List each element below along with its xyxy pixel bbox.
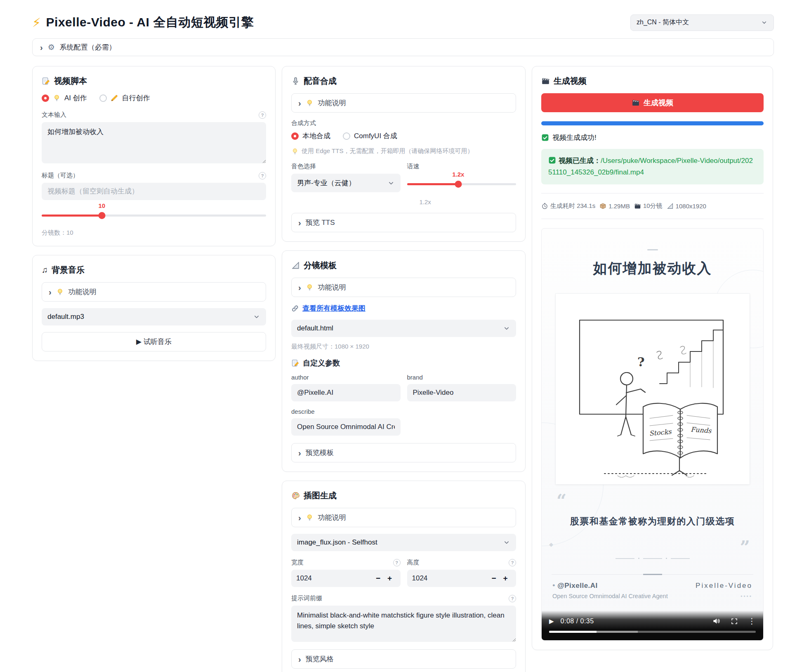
- volume-icon[interactable]: [712, 617, 721, 625]
- view-templates-link[interactable]: 查看所有模板效果图: [302, 304, 366, 313]
- illustration-title: 插图生成: [291, 490, 516, 501]
- speed-value-display: 1.2x: [420, 198, 516, 205]
- background-music-panel: ♫ 背景音乐 › 功能说明 default.mp3 ▶ 试听音乐: [32, 255, 276, 361]
- video-player[interactable]: 如何增加被动收入: [541, 228, 764, 641]
- decrement-button[interactable]: −: [488, 574, 500, 583]
- height-label: 高度: [407, 559, 420, 566]
- clapperboard-icon: [541, 77, 550, 85]
- decrement-button[interactable]: −: [373, 574, 384, 583]
- diamond-icon: ◆: [549, 541, 553, 547]
- prompt-prefix-input[interactable]: Minimalist black-and-white matchstick fi…: [291, 606, 516, 642]
- speed-slider[interactable]: 1.2x: [407, 180, 516, 188]
- tts-tip: 使用 Edge TTS，无需配置，开箱即用（请确保网络环境可用）: [302, 147, 473, 155]
- microphone-icon: [291, 77, 300, 85]
- generation-stats: 生成耗时 234.1s 1.29MB 10分镜 1080x1920: [541, 202, 764, 210]
- video-progress-bar[interactable]: [549, 631, 756, 633]
- music-dropdown[interactable]: default.mp3: [42, 308, 266, 325]
- music-help-accordion[interactable]: › 功能说明: [42, 282, 266, 302]
- slider-handle[interactable]: [455, 181, 462, 188]
- custom-params-title: 自定义参数: [291, 358, 516, 368]
- bulb-icon: [53, 94, 61, 102]
- generation-progress-bar: [541, 121, 764, 125]
- increment-button[interactable]: +: [500, 574, 511, 583]
- radio-local-synthesis[interactable]: 本地合成: [291, 131, 330, 141]
- help-icon[interactable]: ?: [259, 111, 266, 119]
- fullscreen-icon[interactable]: [731, 618, 738, 625]
- system-config-accordion[interactable]: › ⚙ 系统配置（必需）: [32, 38, 774, 56]
- generate-video-button[interactable]: 生成视频: [541, 93, 764, 112]
- template-dropdown[interactable]: default.html: [291, 320, 516, 337]
- radio-comfyui-synthesis[interactable]: ComfyUI 合成: [343, 131, 397, 141]
- background-music-title: ♫ 背景音乐: [42, 264, 266, 276]
- template-dropdown-value: default.html: [297, 324, 333, 332]
- link-icon: [291, 304, 299, 312]
- language-value: zh_CN - 简体中文: [637, 18, 689, 27]
- radio-selected-icon: [42, 94, 49, 102]
- storyboard-template-panel: 分镜模板 › 功能说明 查看所有模板效果图 default.html 最终视频尺…: [282, 250, 526, 472]
- slider-handle[interactable]: [98, 212, 105, 219]
- help-icon[interactable]: ?: [509, 559, 516, 566]
- describe-input[interactable]: [291, 418, 401, 436]
- play-music-button[interactable]: ▶ 试听音乐: [42, 332, 266, 351]
- workflow-dropdown-value: image_flux.json - Selfhost: [297, 538, 377, 547]
- chevron-right-icon: ›: [49, 288, 52, 296]
- width-label: 宽度: [291, 559, 304, 566]
- radio-manual-create[interactable]: 自行创作: [99, 93, 150, 103]
- radio-ai-create[interactable]: AI 创作: [42, 93, 87, 103]
- brand-input[interactable]: [407, 384, 516, 401]
- storyboard-count-text: 分镜数：10: [42, 229, 266, 237]
- style-preview-accordion[interactable]: › 预览风格: [291, 649, 516, 669]
- help-icon[interactable]: ?: [393, 559, 401, 566]
- text-input-label: 文本输入: [42, 111, 66, 119]
- script-text-input[interactable]: 如何增加被动收入: [42, 122, 266, 163]
- video-caption: 股票和基金常被称为理财的入门级选项: [542, 515, 763, 528]
- tts-method-label: 合成方式: [291, 119, 516, 127]
- sketch-illustration: ? Stocks Funds: [556, 294, 750, 484]
- video-title-input[interactable]: [42, 183, 266, 200]
- footer-dots: ••••: [696, 594, 752, 599]
- template-help-accordion[interactable]: › 功能说明: [291, 278, 516, 297]
- help-icon[interactable]: ?: [259, 172, 266, 179]
- chevron-down-icon: [503, 325, 510, 332]
- footer-brand: Pixelle-Video: [696, 582, 752, 590]
- kebab-menu-icon[interactable]: ⋮: [748, 616, 756, 626]
- book-label-right: Funds: [690, 425, 712, 435]
- chevron-down-icon: [761, 19, 768, 26]
- play-icon[interactable]: ▶: [549, 618, 554, 625]
- author-input[interactable]: [291, 384, 401, 401]
- generate-video-title: 生成视频: [541, 75, 764, 87]
- bulb-icon: [306, 99, 314, 107]
- radio-unselected-icon: [343, 132, 350, 140]
- memo-icon: [42, 77, 50, 85]
- width-stepper[interactable]: 1024 − +: [291, 570, 401, 587]
- result-box: 视频已生成：/Users/puke/Workspace/Pixelle-Vide…: [541, 149, 764, 184]
- close-quote-icon: ”: [740, 539, 750, 556]
- chevron-right-icon: ›: [298, 655, 301, 663]
- describe-label: describe: [291, 408, 401, 415]
- video-script-panel: 视频脚本 AI 创作 自行创作 文本输入 ? 如何增加被动收入: [32, 66, 276, 246]
- template-preview-accordion[interactable]: › 预览模板: [291, 443, 516, 462]
- video-script-title: 视频脚本: [42, 75, 266, 87]
- decorative-divider-dashes: [542, 558, 763, 559]
- workflow-dropdown[interactable]: image_flux.json - Selfhost: [291, 534, 516, 551]
- height-value: 1024: [412, 574, 488, 582]
- page-title: ⚡ Pixelle-Video - AI 全自动短视频引擎: [32, 14, 254, 31]
- system-config-label: 系统配置（必需）: [60, 42, 116, 52]
- storyboard-count-slider[interactable]: 10: [42, 212, 266, 219]
- video-time: 0:08 / 0:35: [561, 618, 594, 625]
- triangular-ruler-icon: [291, 261, 300, 270]
- language-selector[interactable]: zh_CN - 简体中文: [630, 14, 774, 31]
- height-stepper[interactable]: 1024 − +: [407, 570, 516, 587]
- illustration-help-accordion[interactable]: › 功能说明: [291, 508, 516, 527]
- increment-button[interactable]: +: [384, 574, 396, 583]
- tts-help-accordion[interactable]: › 功能说明: [291, 93, 516, 113]
- tts-preview-accordion[interactable]: › 预览 TTS: [291, 213, 516, 232]
- help-icon[interactable]: ?: [509, 595, 516, 602]
- music-note-icon: ♫: [42, 265, 48, 275]
- voice-dropdown[interactable]: 男声-专业（云健）: [291, 174, 401, 192]
- decorative-dash: [647, 249, 658, 250]
- clapperboard-icon: [634, 203, 641, 210]
- tts-title: 配音合成: [291, 75, 516, 87]
- check-icon: [548, 156, 556, 164]
- chevron-right-icon: ›: [298, 449, 301, 457]
